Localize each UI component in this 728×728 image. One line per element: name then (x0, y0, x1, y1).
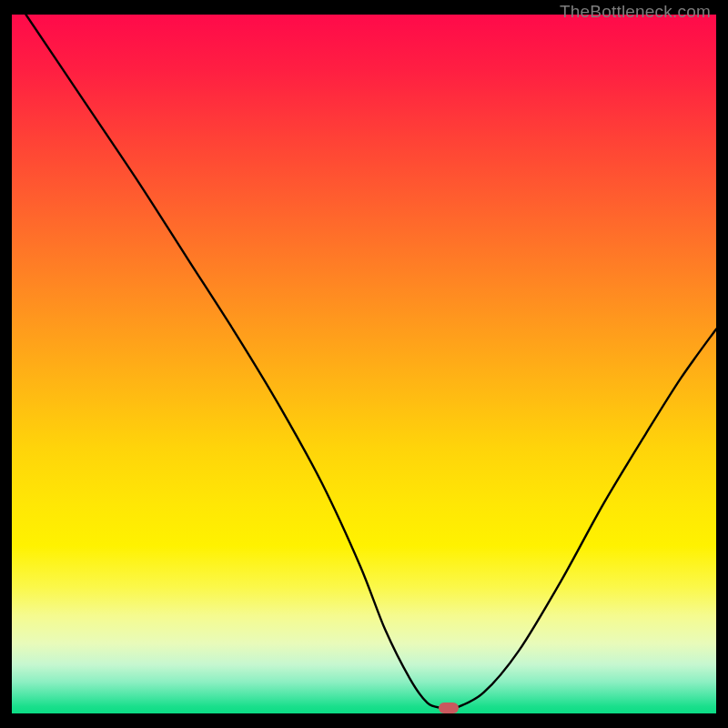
minimum-marker (439, 703, 459, 713)
bottleneck-curve (12, 15, 716, 713)
chart-frame: TheBottleneck.com (12, 15, 716, 713)
curve-line (25, 15, 716, 709)
